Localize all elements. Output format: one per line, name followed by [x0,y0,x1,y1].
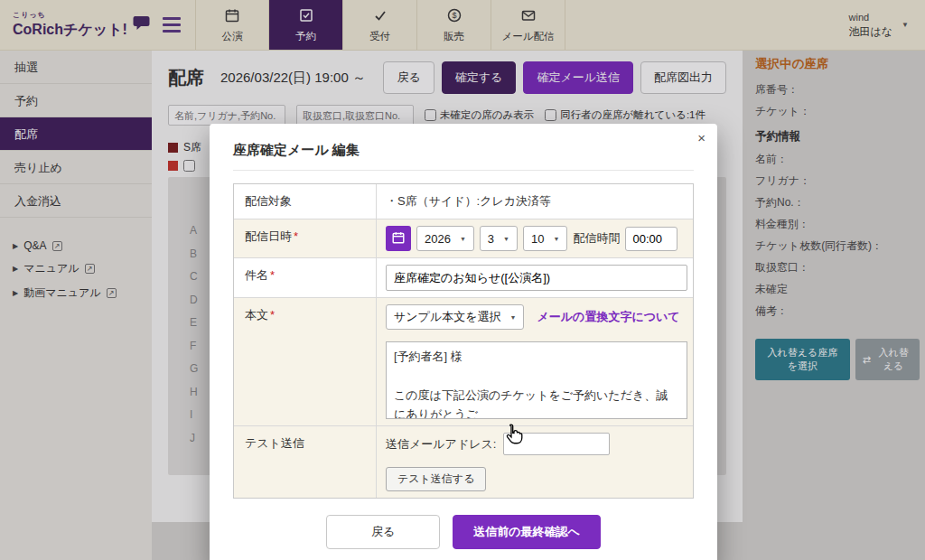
row-body: 本文* サンプル本文を選択 ▼ メールの置換文字について [予約者名] 様 この… [234,298,693,426]
delivery-target-value: ・S席（サイド）:クレカ決済等 [386,193,551,210]
year-select[interactable]: 2026 ▼ [416,226,474,251]
row-test-send: テスト送信 送信メールアドレス: テスト送信する [234,426,693,498]
day-select[interactable]: 10 ▼ [523,226,567,251]
calendar-picker-button[interactable] [386,226,411,251]
delivery-time-input[interactable] [625,227,677,251]
modal-title: 座席確定メール 編集 [233,124,694,171]
final-confirm-button[interactable]: 送信前の最終確認へ [453,515,601,549]
test-email-input[interactable] [503,433,610,455]
required-mark: * [270,308,275,322]
month-select[interactable]: 3 ▼ [480,226,518,251]
body-textarea[interactable]: [予約者名] 様 この度は下記公演のチケットをご予約いただき、誠にありがとうご [386,341,687,419]
chevron-down-icon: ▼ [510,314,517,321]
row-delivery-datetime: 配信日時* 2026 ▼ 3 ▼ 10 ▼ [234,219,693,258]
chevron-down-icon: ▼ [554,236,560,242]
test-send-label: テスト送信 [234,426,377,498]
chevron-down-icon: ▼ [503,236,509,242]
delivery-time-label: 配信時間 [573,230,620,247]
body-label: 本文 [245,308,268,322]
row-delivery-target: 配信対象 ・S席（サイド）:クレカ決済等 [234,184,693,219]
test-email-label: 送信メールアドレス: [386,436,496,453]
required-mark: * [294,229,298,243]
subject-input[interactable] [386,265,687,291]
sample-body-select[interactable]: サンプル本文を選択 ▼ [386,304,524,330]
mail-edit-form: 配信対象 ・S席（サイド）:クレカ決済等 配信日時* 2026 ▼ [233,183,694,499]
seat-confirm-mail-modal: × 座席確定メール 編集 配信対象 ・S席（サイド）:クレカ決済等 配信日時* [210,124,717,560]
calendar-icon [391,230,406,247]
replacement-chars-link[interactable]: メールの置換文字について [537,309,679,325]
row-subject: 件名* [234,258,693,298]
app: { "header": { "logo_small": "こりっち", "log… [0,0,925,560]
required-mark: * [270,268,275,282]
delivery-target-label: 配信対象 [234,184,377,219]
modal-back-button[interactable]: 戻る [326,515,440,549]
subject-label: 件名 [245,268,268,282]
test-send-button[interactable]: テスト送信する [386,467,486,491]
close-icon[interactable]: × [697,130,705,145]
chevron-down-icon: ▼ [460,236,466,242]
delivery-datetime-label: 配信日時 [245,229,292,243]
